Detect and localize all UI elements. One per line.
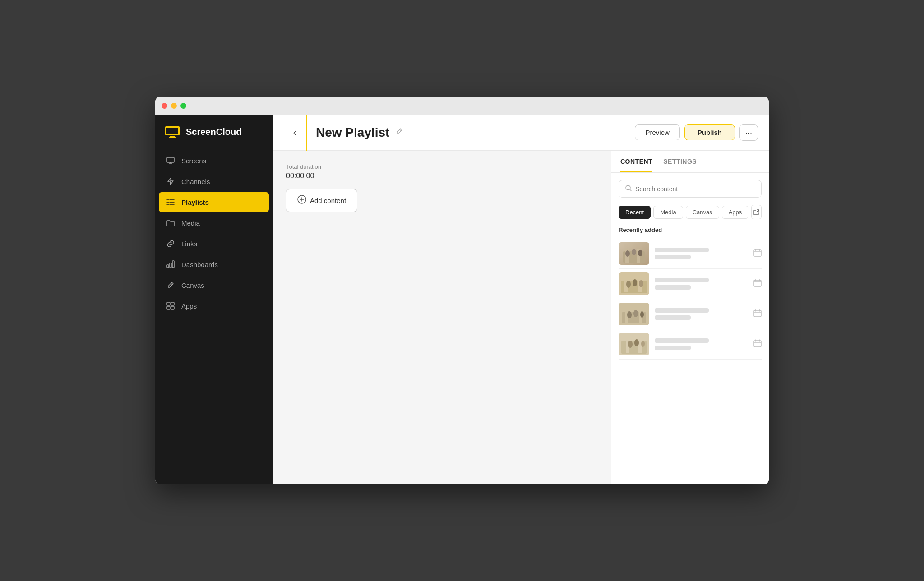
svg-rect-42 <box>754 280 761 286</box>
sidebar-item-screens[interactable]: Screens <box>159 151 269 171</box>
pencil-icon <box>396 128 403 135</box>
content-name-bar-1 <box>655 248 748 259</box>
name-skeleton <box>655 278 709 282</box>
thumbnail-3[interactable] <box>619 303 649 325</box>
content-tab-canvas[interactable]: Canvas <box>686 206 719 219</box>
sidebar-item-apps-label: Apps <box>181 302 197 310</box>
list-item <box>619 299 762 329</box>
svg-rect-17 <box>171 306 174 309</box>
schedule-icon-3[interactable] <box>753 309 762 319</box>
sidebar-item-media[interactable]: Media <box>159 213 269 233</box>
main-area: ‹ New Playlist Preview Publish ··· <box>273 115 769 484</box>
app-body: ScreenCloud Screens <box>155 115 769 484</box>
add-content-button[interactable]: Add content <box>286 189 357 212</box>
duration-value: 00:00:00 <box>286 172 597 180</box>
schedule-icon-4[interactable] <box>753 339 762 350</box>
sidebar-item-apps[interactable]: Apps <box>159 296 269 316</box>
brand-name: ScreenCloud <box>186 127 241 137</box>
content-tab-apps[interactable]: Apps <box>722 206 749 219</box>
content-tab-media[interactable]: Media <box>653 206 683 219</box>
svg-point-40 <box>633 279 637 286</box>
svg-rect-15 <box>171 302 174 305</box>
minimize-button[interactable] <box>171 103 177 109</box>
svg-rect-53 <box>754 310 761 317</box>
link-icon <box>166 239 175 248</box>
name-skeleton <box>655 338 709 343</box>
svg-rect-4 <box>167 157 174 162</box>
svg-point-39 <box>626 281 631 288</box>
sidebar-item-channels[interactable]: Channels <box>159 171 269 191</box>
search-input[interactable] <box>635 185 755 193</box>
sidebar-nav: Screens Channels <box>155 151 273 316</box>
list-item <box>619 329 762 360</box>
name-skeleton <box>655 308 709 313</box>
grid-icon <box>166 301 175 310</box>
svg-point-50 <box>627 311 632 318</box>
list-icon <box>166 198 175 207</box>
sidebar-item-canvas[interactable]: Canvas <box>159 275 269 295</box>
thumbnail-4[interactable] <box>619 333 649 355</box>
tab-settings[interactable]: SETTINGS <box>663 151 697 172</box>
name-skeleton-sub <box>655 285 691 290</box>
content-area: Total duration 00:00:00 <box>273 151 769 484</box>
sidebar-item-media-label: Media <box>181 219 200 227</box>
content-name-bar-3 <box>655 308 748 320</box>
maximize-button[interactable] <box>180 103 186 109</box>
svg-point-62 <box>634 339 639 346</box>
tab-content[interactable]: CONTENT <box>620 151 652 172</box>
search-icon <box>625 185 632 193</box>
playlist-editor: Total duration 00:00:00 <box>273 151 611 484</box>
list-item <box>619 239 762 269</box>
name-skeleton-sub <box>655 255 691 259</box>
sidebar: ScreenCloud Screens <box>155 115 273 484</box>
svg-rect-11 <box>167 265 169 268</box>
svg-rect-13 <box>172 261 174 268</box>
schedule-icon-1[interactable] <box>753 249 762 259</box>
edit-title-button[interactable] <box>394 126 405 139</box>
titlebar <box>155 97 769 115</box>
duration-label: Total duration <box>286 163 597 170</box>
publish-button[interactable]: Publish <box>684 124 735 140</box>
preview-button[interactable]: Preview <box>635 124 679 140</box>
svg-point-29 <box>632 249 636 255</box>
page-title-area: New Playlist <box>316 125 635 140</box>
schedule-icon-2[interactable] <box>753 279 762 289</box>
add-content-label: Add content <box>310 197 346 204</box>
sidebar-item-links[interactable]: Links <box>159 234 269 254</box>
thumbnail-1[interactable] <box>619 242 649 265</box>
svg-rect-31 <box>754 250 761 256</box>
svg-rect-14 <box>167 302 170 305</box>
folder-icon <box>166 218 175 227</box>
plus-circle-icon <box>297 195 306 206</box>
chart-icon <box>166 260 175 269</box>
svg-point-51 <box>633 310 638 317</box>
top-actions-row: Add content <box>286 189 597 212</box>
content-tab-recent[interactable]: Recent <box>619 206 651 219</box>
svg-point-28 <box>625 250 630 257</box>
thumbnail-2[interactable] <box>619 272 649 295</box>
sidebar-item-links-label: Links <box>181 240 197 248</box>
pen-icon <box>166 281 175 290</box>
right-panel: CONTENT SETTINGS <box>611 151 769 484</box>
content-name-bar-2 <box>655 278 748 290</box>
duration-info: Total duration 00:00:00 <box>286 163 597 180</box>
sidebar-item-dashboards[interactable]: Dashboards <box>159 254 269 274</box>
panel-body: Recent Media Canvas Apps <box>611 173 769 484</box>
page-title: New Playlist <box>316 125 389 140</box>
content-type-tabs: Recent Media Canvas Apps <box>619 205 762 219</box>
svg-point-30 <box>638 250 642 256</box>
back-button[interactable]: ‹ <box>291 124 299 140</box>
topbar: ‹ New Playlist Preview Publish ··· <box>273 115 769 151</box>
app-window: ScreenCloud Screens <box>155 97 769 484</box>
svg-rect-1 <box>166 128 178 134</box>
more-options-button[interactable]: ··· <box>739 124 758 141</box>
sidebar-item-playlists[interactable]: Playlists <box>159 192 269 212</box>
name-skeleton <box>655 248 709 252</box>
external-link-button[interactable] <box>751 205 762 219</box>
brand-area: ScreenCloud <box>155 115 273 151</box>
sidebar-item-canvas-label: Canvas <box>181 281 204 289</box>
topbar-actions: Preview Publish ··· <box>635 124 758 141</box>
svg-point-52 <box>640 311 644 318</box>
close-button[interactable] <box>162 103 167 109</box>
name-skeleton-sub <box>655 346 691 350</box>
